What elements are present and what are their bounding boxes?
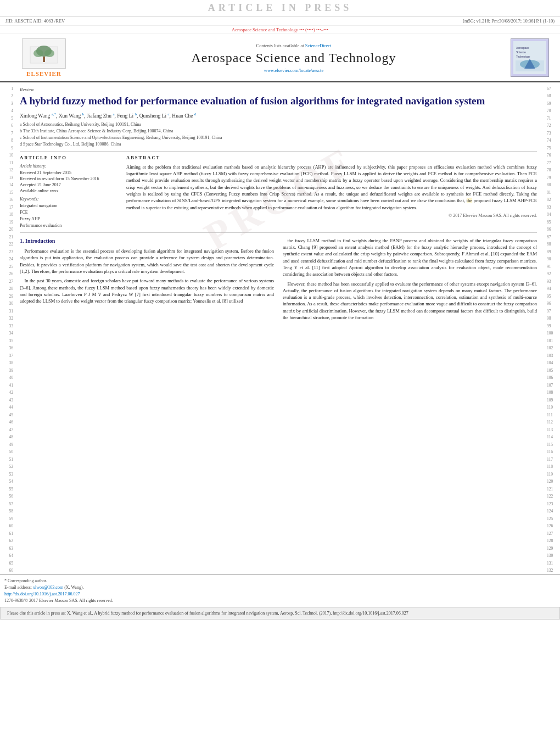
line-num-left-48: 48 — [0, 434, 13, 442]
line-num-left-14: 14 — [0, 182, 13, 189]
doi-line: http://dx.doi.org/10.1016/j.ast.2017.06.… — [4, 591, 552, 598]
line-num-right-78: 78 — [547, 167, 560, 175]
line-num-left-15: 15 — [0, 189, 13, 197]
line-num-left-43: 43 — [0, 397, 13, 404]
line-num-left-59: 59 — [0, 515, 13, 523]
line-num-left-60: 60 — [0, 523, 13, 531]
line-num-right-82: 82 — [547, 197, 560, 204]
doi-link[interactable]: http://dx.doi.org/10.1016/j.ast.2017.06.… — [4, 592, 80, 596]
line-num-right-94: 94 — [547, 286, 560, 293]
line-num-left-12: 12 — [0, 167, 13, 175]
line-num-left-40: 40 — [0, 375, 13, 382]
line-num-left-47: 47 — [0, 426, 13, 434]
line-num-left-51: 51 — [0, 456, 13, 464]
line-num-right-125: 125 — [547, 515, 560, 523]
email-link[interactable]: xlwon@163.com — [33, 585, 63, 590]
affiliation-2: c School of Instrumentation Science and … — [20, 135, 537, 141]
line-num-left-6: 6 — [0, 122, 13, 130]
line-num-right-73: 73 — [547, 130, 560, 137]
line-num-left-61: 61 — [0, 530, 13, 538]
authors-text: Xinlong Wang a,*, Xun Wang b, Jiafang Zh… — [20, 113, 196, 119]
keywords-label: Keywords: — [20, 197, 119, 202]
line-num-right-102: 102 — [547, 345, 560, 353]
footnote-corresponding: * Corresponding author. — [4, 578, 552, 584]
line-num-left-55: 55 — [0, 486, 13, 493]
article-info-col: ARTICLE INFO Article history: Received 2… — [20, 155, 119, 229]
abstract-header: ABSTRACT — [126, 155, 537, 160]
footnote-email: E-mail address: xlwon@163.com (X. Wang). — [4, 584, 552, 591]
line-num-left-56: 56 — [0, 493, 13, 501]
line-num-right-108: 108 — [547, 389, 560, 397]
line-numbers-left: 1234567891011121314151617181920212223242… — [0, 82, 15, 574]
footnote-area: * Corresponding author. E-mail address: … — [0, 574, 560, 607]
journal-thumb-icon: Aerospace Science Technology — [513, 41, 546, 74]
line-num-left-1: 1 — [0, 85, 13, 93]
copyright-line: © 2017 Elsevier Masson SAS. All rights r… — [126, 213, 537, 218]
intro-right-col: the fuzzy LLSM method to find weights du… — [283, 237, 537, 324]
meta-right: [m5G; v1.218; Pm:30/08/2017; 10:36] P.1 … — [463, 18, 555, 24]
line-num-left-39: 39 — [0, 367, 13, 375]
line-num-left-23: 23 — [0, 248, 13, 256]
line-num-right-74: 74 — [547, 137, 560, 145]
line-num-left-26: 26 — [0, 271, 13, 278]
svg-point-2 — [33, 49, 43, 57]
divider-2 — [20, 232, 537, 233]
affiliation-3: d Space Star Technology Co., Ltd, Beijin… — [20, 141, 537, 147]
line-num-left-52: 52 — [0, 464, 13, 471]
line-num-right-80: 80 — [547, 182, 560, 189]
line-num-right-129: 129 — [547, 545, 560, 553]
line-num-left-57: 57 — [0, 500, 13, 508]
banner-text: ARTICLE IN PRESS — [208, 2, 352, 13]
line-num-right-77: 77 — [547, 159, 560, 167]
journal-title: Aerospace Science and Technology — [82, 51, 505, 65]
line-num-left-30: 30 — [0, 300, 13, 308]
line-num-right-70: 70 — [547, 108, 560, 115]
journal-line: Aerospace Science and Technology ••• (••… — [0, 26, 560, 34]
intro-heading: 1. Introduction — [20, 237, 274, 246]
line-num-left-8: 8 — [0, 137, 13, 145]
line-num-right-104: 104 — [547, 360, 560, 367]
affiliation-0: a School of Astronautics, Beihang Univer… — [20, 121, 537, 127]
line-num-left-32: 32 — [0, 315, 13, 323]
line-num-right-88: 88 — [547, 241, 560, 249]
line-num-left-34: 34 — [0, 330, 13, 338]
line-num-right-115: 115 — [547, 441, 560, 449]
article-history-label: Article history: — [20, 164, 119, 169]
received-date: Received 21 September 2015 — [20, 170, 119, 175]
line-num-right-92: 92 — [547, 271, 560, 278]
svg-rect-4 — [43, 57, 45, 62]
line-num-right-112: 112 — [547, 419, 560, 427]
article-in-press-banner: ARTICLE IN PRESS — [0, 0, 560, 16]
line-num-right-120: 120 — [547, 478, 560, 486]
line-num-right-72: 72 — [547, 122, 560, 130]
line-num-right-91: 91 — [547, 263, 560, 271]
line-num-left-62: 62 — [0, 538, 13, 545]
line-num-left-10: 10 — [0, 152, 13, 160]
line-num-right-122: 122 — [547, 493, 560, 501]
line-num-right-128: 128 — [547, 538, 560, 545]
line-num-left-18: 18 — [0, 211, 13, 219]
keyword-item-3: Integrated navigation — [20, 203, 119, 209]
line-num-left-45: 45 — [0, 411, 13, 419]
line-num-left-17: 17 — [0, 204, 13, 211]
line-numbers-right: 6768697071727374757677787980818283848586… — [545, 82, 560, 574]
affiliations: a School of Astronautics, Beihang Univer… — [20, 121, 537, 148]
line-num-right-119: 119 — [547, 471, 560, 478]
paper-title: A hybrid fuzzy method for performance ev… — [20, 94, 537, 108]
line-num-right-71: 71 — [547, 115, 560, 122]
online-date: Available online xxxx — [20, 188, 119, 193]
line-num-left-3: 3 — [0, 100, 13, 108]
intro-left-col: 1. Introduction Performance evaluation i… — [20, 237, 274, 324]
sciencedirect-link[interactable]: ScienceDirect — [305, 43, 332, 48]
line-num-left-65: 65 — [0, 560, 13, 567]
svg-text:Technology: Technology — [516, 55, 530, 58]
line-num-left-46: 46 — [0, 419, 13, 427]
line-num-left-16: 16 — [0, 197, 13, 204]
line-num-right-68: 68 — [547, 93, 560, 101]
elsevier-tree-icon — [27, 41, 60, 66]
line-num-right-121: 121 — [547, 486, 560, 493]
line-num-left-63: 63 — [0, 545, 13, 553]
line-num-right-109: 109 — [547, 397, 560, 404]
line-num-right-89: 89 — [547, 248, 560, 256]
line-num-right-111: 111 — [547, 411, 560, 419]
